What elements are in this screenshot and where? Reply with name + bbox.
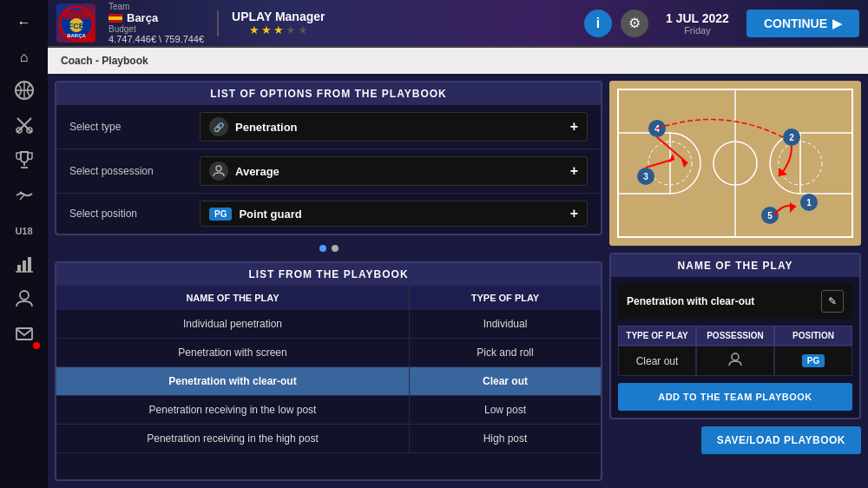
- handshake-icon: [15, 185, 34, 208]
- filter-type-plus: +: [570, 119, 578, 135]
- sidebar-item-youth[interactable]: U18: [7, 215, 42, 247]
- table-row[interactable]: Penetration receiving in the high post H…: [56, 425, 601, 453]
- uplay-label: UPLAY Manager: [232, 10, 325, 23]
- filter-type-value: Penetration: [235, 121, 563, 134]
- filters-section: LIST OF OPTIONS FROM THE PLAYBOOK Select…: [55, 81, 602, 235]
- continue-arrow-icon: ▶: [832, 16, 842, 30]
- play-detail-title: NAME OF THE PLAY: [611, 254, 859, 277]
- table-row[interactable]: Penetration receiving in the low post Lo…: [56, 396, 601, 425]
- sidebar-item-home[interactable]: ⌂: [7, 42, 42, 73]
- continue-button[interactable]: CONTINUE ▶: [746, 10, 859, 37]
- filter-possession-plus: +: [570, 163, 578, 179]
- cell-type: High post: [410, 425, 601, 452]
- svg-rect-7: [17, 265, 21, 272]
- sidebar-item-back[interactable]: ←: [7, 7, 42, 38]
- info-button[interactable]: i: [584, 10, 612, 37]
- trophy-icon: [15, 150, 34, 173]
- svg-rect-13: [63, 10, 89, 19]
- prop-possession: POSSESSION: [696, 326, 774, 376]
- svg-rect-8: [23, 260, 26, 272]
- svg-text:1: 1: [806, 198, 812, 208]
- playbook-section: LIST FROM THE PLAYBOOK NAME OF THE PLAY …: [55, 261, 602, 481]
- sidebar-item-profile[interactable]: [7, 285, 42, 316]
- prop-type: TYPE OF PLAY Clear out: [618, 326, 696, 376]
- table-body: Individual penetration Individual Penetr…: [56, 310, 601, 479]
- play-name-display: Penetration with clear-out ✎: [618, 284, 852, 319]
- play-name-text: Penetration with clear-out: [627, 295, 814, 307]
- svg-rect-11: [16, 328, 32, 340]
- prop-type-header: TYPE OF PLAY: [618, 326, 696, 346]
- uplay-section: UPLAY Manager ★ ★ ★ ★ ★: [232, 10, 325, 36]
- filter-position-label: Select position: [69, 208, 200, 220]
- filter-row-possession: Select possession Average +: [56, 149, 601, 194]
- continue-label: CONTINUE: [764, 16, 827, 30]
- date-section: 1 JUL 2022 Friday: [666, 11, 729, 36]
- svg-text:BARÇA: BARÇA: [67, 33, 86, 38]
- cell-name-selected: Penetration with clear-out: [56, 367, 410, 395]
- table-row-selected[interactable]: Penetration with clear-out Clear out: [56, 367, 601, 396]
- budget-value: 4.747.446€ \ 759.744€: [108, 34, 204, 44]
- sidebar-item-transfers[interactable]: [7, 181, 42, 212]
- youth-icon: U18: [15, 226, 32, 236]
- pagination-dot-2[interactable]: [332, 245, 339, 252]
- budget-label: Budget: [108, 24, 136, 34]
- star-1: ★: [249, 23, 260, 36]
- table-row[interactable]: Individual penetration Individual: [56, 310, 601, 339]
- club-name: Barça: [127, 11, 158, 24]
- playbook-table: NAME OF THE PLAY TYPE OF PLAY Individual…: [56, 286, 601, 479]
- filter-type-select[interactable]: 🔗 Penetration +: [200, 112, 588, 142]
- svg-rect-9: [28, 257, 31, 272]
- edit-button[interactable]: ✎: [821, 290, 844, 313]
- filter-type-icon: 🔗: [209, 117, 228, 136]
- prop-position-value: PG: [774, 346, 852, 376]
- cell-name: Individual penetration: [56, 310, 410, 338]
- svg-text:3: 3: [643, 172, 648, 181]
- sidebar-item-stats[interactable]: [7, 250, 42, 281]
- sidebar-item-trophy[interactable]: [7, 146, 42, 177]
- star-3: ★: [273, 23, 284, 36]
- mail-icon: [15, 324, 34, 346]
- sidebar-item-basketball[interactable]: [7, 76, 42, 108]
- svg-point-17: [216, 166, 221, 171]
- right-panel: 4 3 2 5 1: [609, 81, 861, 481]
- sidebar-item-tactics[interactable]: [7, 111, 42, 142]
- svg-text:5: 5: [767, 211, 773, 221]
- filter-row-type: Select type 🔗 Penetration +: [56, 105, 601, 149]
- add-to-playbook-button[interactable]: ADD TO THE TEAM PLAYBOOK: [618, 383, 852, 411]
- team-label: Team: [108, 2, 204, 11]
- scissors-icon: [15, 115, 34, 138]
- col-type-header: TYPE OF PLAY: [410, 286, 601, 310]
- filter-possession-value: Average: [235, 165, 563, 178]
- person-icon: [728, 353, 742, 369]
- save-load-button[interactable]: SAVE/LOAD PLAYBOOK: [701, 426, 861, 454]
- filter-possession-select[interactable]: Average +: [200, 156, 588, 186]
- sidebar-item-mail[interactable]: [7, 320, 42, 351]
- table-header: NAME OF THE PLAY TYPE OF PLAY: [56, 286, 601, 310]
- filter-position-select[interactable]: PG Point guard +: [200, 201, 588, 227]
- prop-position-header: POSITION: [774, 326, 852, 346]
- prop-type-value: Clear out: [618, 346, 696, 376]
- cell-type: Individual: [410, 310, 601, 338]
- date-display: 1 JUL 2022: [666, 11, 729, 25]
- save-bar: SAVE/LOAD PLAYBOOK: [609, 426, 861, 454]
- profile-icon: [15, 289, 34, 312]
- gear-icon: ⚙: [628, 15, 641, 31]
- cell-type: Low post: [410, 396, 601, 424]
- table-row[interactable]: Penetration with screen Pick and roll: [56, 339, 601, 367]
- notification-dot: [33, 342, 40, 349]
- settings-button[interactable]: ⚙: [621, 10, 648, 37]
- prop-possession-header: POSSESSION: [696, 326, 774, 346]
- basketball-icon: [15, 81, 34, 103]
- filters-title: LIST OF OPTIONS FROM THE PLAYBOOK: [56, 82, 601, 105]
- play-props: TYPE OF PLAY Clear out POSSESSION POSITI…: [618, 326, 852, 376]
- breadcrumb-text: Coach - Playbook: [61, 55, 148, 67]
- stats-icon: [15, 254, 34, 277]
- pg-badge: PG: [209, 208, 232, 221]
- sidebar: ← ⌂ U18: [0, 0, 48, 488]
- filter-position-value: Point guard: [239, 208, 562, 221]
- edit-icon: ✎: [828, 295, 837, 307]
- breadcrumb: Coach - Playbook: [48, 48, 868, 74]
- pagination-dot-1[interactable]: [319, 245, 326, 252]
- pagination: [55, 242, 602, 254]
- star-5: ★: [298, 23, 308, 36]
